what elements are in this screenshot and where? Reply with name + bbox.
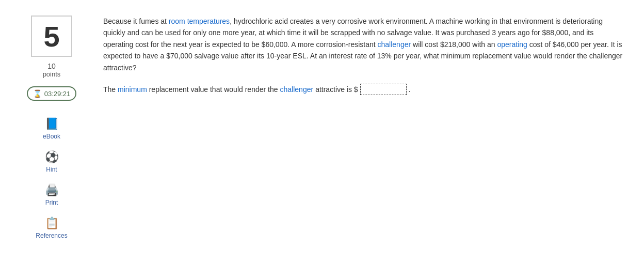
references-label: References [36,232,67,239]
left-panel: 5 10 points ⌛ 03:29:21 📘 eBook ⚽ Hint 🖨️… [10,10,93,252]
timer-icon: ⌛ [33,89,42,98]
hint-tool[interactable]: ⚽ Hint [10,146,93,177]
hint-icon: ⚽ [45,150,59,164]
timer-badge: ⌛ 03:29:21 [27,86,77,101]
sidebar-tools: 📘 eBook ⚽ Hint 🖨️ Print 📋 References [10,113,93,243]
print-icon: 🖨️ [45,183,59,197]
references-tool[interactable]: 📋 References [10,212,93,243]
ebook-label: eBook [43,133,60,140]
ebook-icon: 📘 [45,117,59,131]
print-label: Print [45,199,58,206]
answer-period: . [409,84,411,95]
timer-value: 03:29:21 [44,90,71,98]
print-tool[interactable]: 🖨️ Print [10,179,93,210]
answer-input-wrapper [360,84,407,95]
points-text: points [43,70,61,78]
points-value: 10 [43,62,61,70]
highlight-room-temp: room temperatures [169,17,230,25]
answer-challenger-text: challenger [280,84,314,95]
hint-label: Hint [46,166,57,173]
answer-line: The minimum replacement value that would… [103,84,623,95]
question-number: 5 [43,20,59,53]
question-body: Because it fumes at room temperatures, h… [103,16,623,73]
ebook-tool[interactable]: 📘 eBook [10,113,93,144]
main-content: Because it fumes at room temperatures, h… [93,10,634,252]
answer-input[interactable] [360,84,407,95]
highlight-challenger: challenger [378,40,411,49]
references-icon: 📋 [45,217,59,230]
highlight-operating: operating [497,40,527,49]
answer-prefix-text: The minimum replacement value that would… [103,84,278,95]
question-number-box: 5 [31,16,72,57]
answer-attractive-text: attractive is $ [315,84,358,95]
points-label: 10 points [43,62,61,78]
